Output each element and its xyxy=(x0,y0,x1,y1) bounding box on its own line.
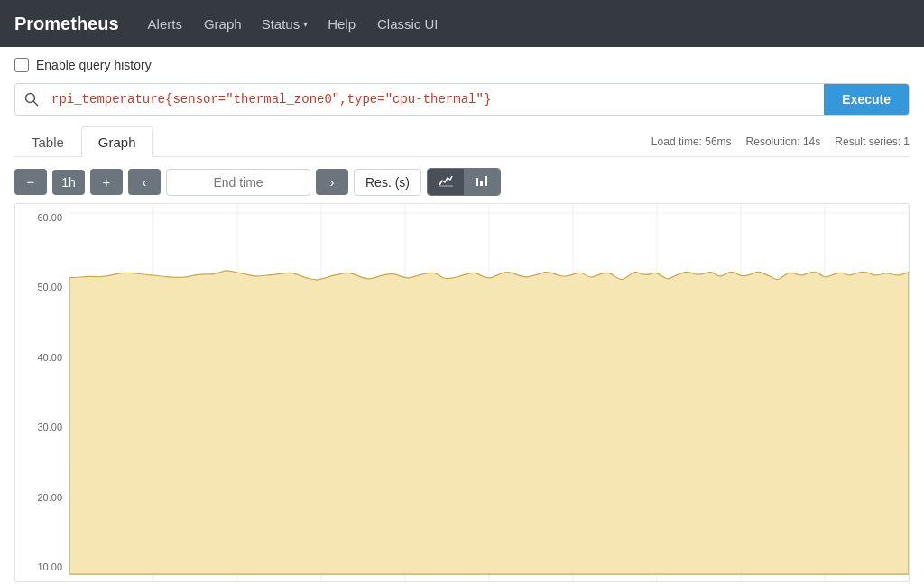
controls-row: − 1h + ‹ › Res. (s) xyxy=(14,168,910,196)
search-icon xyxy=(15,85,48,114)
tab-table[interactable]: Table xyxy=(14,126,81,157)
query-input[interactable] xyxy=(48,85,824,114)
svg-rect-4 xyxy=(480,181,483,186)
query-history-row: Enable query history xyxy=(14,58,910,72)
y-label-40: 40.00 xyxy=(15,353,69,363)
bar-chart-button[interactable] xyxy=(464,169,500,195)
chart-container: 60.00 50.00 40.00 30.00 20.00 10.00 xyxy=(14,203,910,582)
brand-title: Prometheus xyxy=(14,14,119,34)
chevron-down-icon: ▾ xyxy=(303,19,308,29)
decrement-duration-button[interactable]: − xyxy=(14,169,47,195)
increment-duration-button[interactable]: + xyxy=(90,169,123,195)
execute-button[interactable]: Execute xyxy=(824,84,909,115)
end-time-input[interactable] xyxy=(166,169,310,196)
navbar: Prometheus Alerts Graph Status ▾ Help Cl… xyxy=(0,0,924,47)
y-label-20: 20.00 xyxy=(15,493,69,503)
alerts-link[interactable]: Alerts xyxy=(146,13,184,35)
resolution: Resolution: 14s xyxy=(746,135,821,148)
y-label-10: 10.00 xyxy=(15,562,69,572)
search-bar: Execute xyxy=(14,83,910,116)
y-label-30: 30.00 xyxy=(15,422,69,432)
chart-type-group xyxy=(427,168,501,196)
y-label-60: 60.00 xyxy=(15,213,69,223)
meta-info: Load time: 56ms Resolution: 14s Result s… xyxy=(651,135,910,148)
help-link[interactable]: Help xyxy=(326,13,357,35)
duration-label: 1h xyxy=(52,170,85,195)
main-content: Enable query history Execute Table Graph… xyxy=(0,47,924,584)
result-series: Result series: 1 xyxy=(835,135,910,148)
next-time-button[interactable]: › xyxy=(316,169,348,195)
tabs: Table Graph xyxy=(14,126,153,156)
svg-line-1 xyxy=(34,102,38,106)
svg-rect-2 xyxy=(439,185,453,187)
status-label: Status xyxy=(262,16,300,32)
resolution-button[interactable]: Res. (s) xyxy=(354,169,421,196)
tabs-row: Table Graph Load time: 56ms Resolution: … xyxy=(14,126,910,157)
query-history-checkbox[interactable] xyxy=(14,58,29,72)
load-time: Load time: 56ms xyxy=(651,135,732,148)
query-history-label: Enable query history xyxy=(36,58,152,72)
svg-rect-5 xyxy=(485,176,487,186)
classic-ui-link[interactable]: Classic UI xyxy=(375,13,440,35)
graph-link[interactable]: Graph xyxy=(202,13,244,35)
svg-rect-3 xyxy=(476,178,478,186)
status-dropdown[interactable]: Status ▾ xyxy=(262,16,309,32)
chart-svg xyxy=(69,204,909,581)
y-label-50: 50.00 xyxy=(15,283,69,292)
tab-graph[interactable]: Graph xyxy=(81,126,153,157)
prev-time-button[interactable]: ‹ xyxy=(128,169,161,195)
line-chart-button[interactable] xyxy=(428,169,464,195)
